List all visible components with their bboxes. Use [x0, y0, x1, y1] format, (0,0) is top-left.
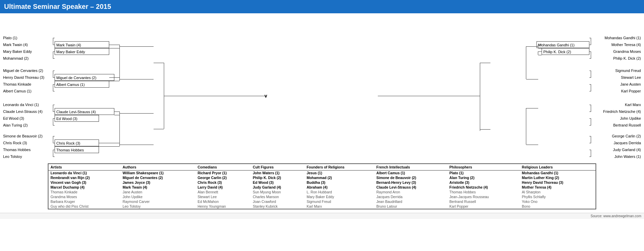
table-cell: Henry David Thoreau (3) [520, 180, 596, 185]
table-cell: Karl Marx [304, 204, 374, 209]
r1t3: Grandma Moses [612, 48, 642, 55]
table-cell: Joan Crawford [251, 199, 305, 204]
table-cell: Jesus (1) [304, 171, 374, 176]
l1b4: Alan Turing (2) [2, 122, 29, 129]
main-content: Plato (1) Mark Twain (4) Mary Baker Eddy… [0, 13, 644, 213]
col-philosophers: Philosophers [447, 164, 520, 171]
l2t3: Miguel de Cervantes (2) [55, 74, 114, 81]
l2b1: Claude Levi-Strauss (4) [55, 108, 114, 115]
table-cell: Yoko Ono [520, 199, 596, 204]
l1t5: Miguel de Cervantes (2) [2, 67, 44, 74]
l2t1: Mark Twain (4) [55, 41, 109, 48]
table-cell: Stewart Lee [196, 194, 251, 199]
r1b1: Karl Marx [624, 101, 642, 108]
table-cell: Rembrandt van Rijn (2) [48, 175, 120, 180]
table-cell: Plato (1) [447, 171, 520, 176]
r1t4: Philip K. Dick (2) [612, 55, 642, 62]
source-text: Source: www.andrewgelman.com [591, 214, 641, 218]
l2t2: Mary Baker Eddy [55, 48, 109, 55]
table-header-row: Artists Authors Comedians Cult Figures F… [48, 164, 596, 171]
l2b3: Chris Rock (3) [55, 139, 99, 146]
l1b8: Leo Tolstoy [2, 153, 23, 160]
l1t1: Plato (1) [2, 34, 19, 41]
table-cell: Leo Tolstoy [120, 204, 196, 209]
table-cell: Alan Bennett [196, 190, 251, 194]
table-cell: Alan Turing (2) [447, 175, 520, 180]
col-founders: Founders of Religions [304, 164, 374, 171]
table-cell: Jean Baudrillard [374, 199, 447, 204]
r2t2: Philip K. Dick (2) [542, 48, 589, 55]
table-cell: L. Ron Hubbard [304, 190, 374, 194]
table-cell: Sigmund Freud [304, 199, 374, 204]
table-cell: John Updike [120, 194, 196, 199]
r2t1: Mohandas Gandhi (1) [536, 41, 589, 48]
col-artists: Artists [48, 164, 120, 171]
table-cell: Bernard-Henry Levy (3) [374, 180, 447, 185]
r1b3: John Updike [619, 115, 642, 122]
col-cult: Cult Figures [251, 164, 305, 171]
table-cell: Simone de Beauvoir (2) [374, 175, 447, 180]
r1b5: George Carlin (2) [611, 133, 642, 139]
table-cell: Raymond Aron [374, 190, 447, 194]
page-title: Ultimate Seminar Speaker – 2015 [4, 3, 111, 10]
l1t7: Thomas Kinkade [2, 81, 33, 88]
table-cell: Sun Myung Moon [251, 190, 305, 194]
table-cell: Mary Baker Eddy [304, 194, 374, 199]
table-cell: Judy Garland (4) [251, 185, 305, 190]
table-cell: Barbara Kruger [48, 199, 120, 204]
table-cell: Marcel Duchamp (4) [48, 185, 120, 190]
table-cell: Claude Levi-Strauss (4) [374, 185, 447, 190]
table-cell: Guy who did Piss Christ [48, 204, 120, 209]
l1t2: Mark Twain (4) [2, 41, 29, 48]
table-cell: Mohandas Gandhi (1) [520, 171, 596, 176]
table-cell: Philip K. Dick (2) [251, 175, 305, 180]
table-cell: Vincent van Gogh (3) [48, 180, 120, 185]
l1b3: Ed Wood (3) [2, 115, 26, 122]
table-cell: Grandma Moses [48, 194, 120, 199]
table-cell: Bertrand Russell [447, 199, 520, 204]
table-cell: Larry David (4) [196, 185, 251, 190]
r1b7: Judy Garland (4) [612, 146, 642, 153]
table-cell: Richard Pryor (1) [196, 171, 251, 176]
categories-table-container: Artists Authors Comedians Cult Figures F… [48, 163, 596, 209]
r1t7: Jane Austen [619, 81, 642, 88]
table-cell: John Waters (1) [251, 171, 305, 176]
table-row: Guy who did Piss ChristLeo TolstoyHenny … [48, 204, 596, 209]
table-cell: Abraham (4) [304, 185, 374, 190]
table-row: Rembrandt van Rijn (2)Miguel de Cervante… [48, 175, 596, 180]
table-cell: Mother Teresa (4) [520, 185, 596, 190]
center-v-label: v [264, 93, 267, 99]
table-cell: Chris Rock (3) [196, 180, 251, 185]
col-comedians: Comedians [196, 164, 251, 171]
table-cell: Thomas Hobbes [447, 190, 520, 194]
table-cell: Martin Luther King (2) [520, 175, 596, 180]
r1t1: Mohandas Gandhi (1) [603, 34, 642, 41]
table-row: Marcel Duchamp (4)Mark Twain (4)Larry Da… [48, 185, 596, 190]
table-row: Thomas KinkadeJane AustenAlan BennettSun… [48, 190, 596, 194]
r1t2: Mother Teresa (4) [610, 41, 642, 48]
r1b8: John Waters (1) [613, 153, 642, 160]
bracket-area: Plato (1) Mark Twain (4) Mary Baker Eddy… [0, 17, 644, 163]
r1t5: Sigmund Freud [614, 67, 642, 74]
categories-table: Artists Authors Comedians Cult Figures F… [48, 164, 596, 209]
table-cell: Jane Austen [120, 190, 196, 194]
table-cell: Stanley Kubrick [251, 204, 305, 209]
table-cell: Leonardo da Vinci (1) [48, 171, 120, 176]
table-cell: Mohammad (2) [304, 175, 374, 180]
l1b5: Simone de Beauvoir (2) [2, 133, 44, 139]
table-cell: Aristotle (3) [447, 180, 520, 185]
table-row: Barbara KrugerRaymond CarverEd McMahonJo… [48, 199, 596, 204]
l2t4: Albert Camus (1) [55, 81, 109, 88]
table-cell: Henny Youngman [196, 204, 251, 209]
r1b2: Friedrich Nietzsche (4) [602, 108, 642, 115]
table-cell: Raymond Carver [120, 199, 196, 204]
table-cell: Phyllis Schlafly [520, 194, 596, 199]
table-cell: Al Sharpton [520, 190, 596, 194]
table-cell: Bruno Latour [374, 204, 447, 209]
r1b4: Bertrand Russell [612, 122, 642, 129]
l1b2: Claude Levi-Strauss (4) [2, 108, 44, 115]
table-cell: Charles Manson [251, 194, 305, 199]
l1t6: Henry David Thoreau (3) [2, 74, 46, 81]
l1b7: Thomas Hobbes [2, 146, 32, 153]
table-cell: Jacques Derrida [374, 194, 447, 199]
